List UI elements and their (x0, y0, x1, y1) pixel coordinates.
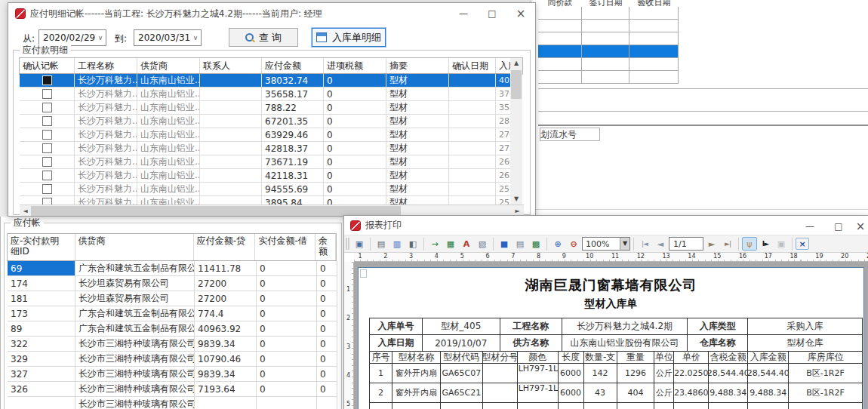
zoom-select[interactable]: 100%▼ (582, 237, 630, 251)
scroll-up-icon[interactable]: ▲ (510, 58, 522, 69)
column-header[interactable]: 供货商 (75, 234, 194, 260)
table-row[interactable]: 329长沙市三湘特种玻璃有限公司10790.4600 (8, 352, 337, 367)
toolbar-grip-icon[interactable] (346, 238, 349, 250)
empty-cell[interactable] (629, 71, 679, 84)
confirm-checkbox[interactable] (42, 143, 52, 153)
titlebar[interactable]: 报表打印 — □ × (344, 216, 868, 235)
first-page-icon[interactable]: |◄ (637, 237, 652, 251)
chevron-down-icon[interactable]: ∨ (95, 34, 106, 42)
confirm-checkbox[interactable] (42, 116, 52, 126)
column-header[interactable]: 摘要 (386, 58, 449, 73)
table-row[interactable]: 327长沙市三湘特种玻璃有限公司9839.3400 (8, 367, 337, 382)
column-header[interactable]: 余额 (315, 234, 336, 260)
empty-cell[interactable] (582, 7, 629, 20)
table-row[interactable]: 长沙万科魅力...山东南山铝业...73671.190型材266 (20, 155, 512, 169)
column-header[interactable]: 应-实付款明 细ID (8, 234, 75, 260)
empty-cell[interactable] (538, 45, 582, 58)
empty-cell[interactable] (629, 45, 679, 58)
scrollbar-thumb[interactable] (511, 70, 522, 99)
from-date-select[interactable]: 2020/02/29 ∨ (38, 29, 106, 46)
chevron-down-icon[interactable]: ∨ (190, 34, 201, 42)
copy-page-icon[interactable]: ▣ (774, 237, 789, 251)
inbound-detail-button[interactable]: 入库单明细 (312, 28, 386, 47)
empty-cell[interactable] (538, 58, 582, 71)
maximize-icon[interactable]: □ (824, 216, 853, 237)
column-header[interactable]: 入库 (496, 58, 512, 73)
page-indicator[interactable]: 1/1 (669, 237, 703, 251)
confirm-checkbox[interactable] (42, 157, 52, 167)
report-preview-area[interactable]: 湖南巨晟门窗幕墙有限公司 型材入库单 入库单号型材_405工程名称长沙万科魅力之… (354, 262, 868, 409)
table-row[interactable]: 69广东合和建筑五金制品有限公司11411.7800 (8, 261, 337, 276)
table-row[interactable]: 长沙万科魅力...山东南山铝业...42118.310型材265 (20, 169, 512, 183)
column-header[interactable]: 确认日期 (449, 58, 496, 73)
empty-cell[interactable] (582, 71, 629, 84)
zoom-in-icon[interactable]: ⊕ (550, 237, 565, 251)
serial-number-field[interactable]: 划流水号 (540, 128, 600, 141)
minimize-icon[interactable]: — (449, 3, 478, 24)
form-icon[interactable]: ▣ (352, 237, 367, 251)
confirm-checkbox[interactable] (42, 75, 52, 85)
design-tools-icon[interactable]: ◧ (405, 237, 420, 251)
column-header[interactable]: 供货商 (137, 58, 200, 73)
scrollbar-thumb[interactable] (31, 206, 401, 216)
save-icon[interactable]: ■ (497, 237, 512, 251)
table-row[interactable]: 长沙万科魅力...山东南山铝业...35658.170型材376 (20, 88, 512, 101)
scroll-down-icon[interactable]: ▼ (510, 193, 522, 204)
table-row[interactable]: 长沙市三湘特种玻璃有限公司 (8, 397, 337, 409)
table-row[interactable]: 长沙万科魅力...山东南山铝业...788.220型材358 (20, 101, 512, 115)
titlebar[interactable]: 应付明细记帐------当前工程: 长沙万科魅力之城4.2期------当前用户… (8, 3, 535, 24)
close-report-icon[interactable]: × (796, 238, 809, 250)
to-date-select[interactable]: 2020/03/31 ∨ (134, 29, 202, 46)
export-pdf-icon[interactable]: A (459, 237, 474, 251)
hand-tool-icon[interactable]: ψ (742, 237, 757, 251)
next-page-icon[interactable]: ► (704, 237, 719, 251)
maximize-icon[interactable]: □ (478, 3, 506, 24)
empty-cell[interactable] (629, 7, 679, 20)
empty-cell[interactable] (629, 32, 679, 45)
empty-cell[interactable] (629, 58, 679, 71)
archive-icon[interactable]: ▩ (528, 237, 543, 251)
export-quick-icon[interactable]: → (427, 237, 442, 251)
table-row[interactable]: 长沙万科魅力...山东南山铝业...94555.690型材251 (20, 183, 512, 196)
empty-cell[interactable] (538, 71, 582, 84)
empty-cell[interactable] (582, 32, 629, 45)
chevron-down-icon[interactable]: ▼ (620, 238, 629, 250)
last-page-icon[interactable]: ►| (720, 237, 735, 251)
table-row[interactable]: 181长沙坦森贸易有限公司2720000 (8, 291, 337, 306)
print-icon[interactable]: ▤ (374, 237, 389, 251)
confirm-checkbox[interactable] (42, 103, 52, 112)
minimize-icon[interactable]: — (796, 216, 824, 237)
table-row[interactable]: 174长沙坦森贸易有限公司2720000 (8, 276, 337, 291)
empty-cell[interactable] (538, 20, 582, 32)
confirm-checkbox[interactable] (42, 171, 52, 180)
table-row[interactable]: 326长沙市三湘特种玻璃有限公司7193.6400 (8, 382, 337, 397)
close-icon[interactable]: × (506, 3, 535, 24)
empty-cell[interactable] (582, 45, 629, 58)
table-row[interactable]: 322长沙市三湘特种玻璃有限公司9839.3400 (8, 337, 337, 352)
table-row[interactable]: 长沙万科魅力...山东南山铝业...63929.460型材276 (20, 128, 512, 142)
confirm-checkbox[interactable] (42, 184, 52, 194)
table-row[interactable]: 89广东合和建筑五金制品有限公司40963.9200 (8, 321, 337, 337)
horizontal-scrollbar[interactable]: ◄ ► (20, 204, 524, 216)
table-row[interactable]: 173广东合和建筑五金制品有限公司774.400 (8, 306, 337, 321)
table-row[interactable]: 长沙万科魅力...山东南山铝业...3895.840型材252 (20, 196, 512, 204)
column-header[interactable]: 联系人 (200, 58, 262, 73)
empty-cell[interactable] (538, 7, 582, 20)
column-header[interactable]: 确认记帐 (20, 58, 75, 73)
confirm-checkbox[interactable] (42, 130, 52, 140)
zoom-out-icon[interactable]: ⊖ (566, 237, 581, 251)
close-icon[interactable]: × (853, 216, 868, 237)
scroll-left-icon[interactable]: ◄ (20, 205, 31, 217)
table-row[interactable]: 长沙万科魅力...山东南山铝业...67201.350型材283 (20, 115, 512, 128)
column-header[interactable]: 应付金额 (262, 58, 324, 73)
column-header[interactable]: 实付金额-借 (255, 234, 315, 260)
confirm-checkbox[interactable] (42, 198, 52, 204)
empty-cell[interactable] (538, 32, 582, 45)
empty-cell[interactable] (582, 58, 629, 71)
column-header[interactable]: 应付金额-贷 (194, 234, 256, 260)
table-row[interactable]: 长沙万科魅力...山东南山铝业...38032.740型材405 (20, 74, 512, 88)
export-mail-icon[interactable]: ▧ (475, 237, 490, 251)
column-header[interactable]: 进项税额 (324, 58, 386, 73)
vertical-scrollbar[interactable]: ▲ ▼ (510, 58, 522, 204)
table-row[interactable]: 长沙万科魅力...山东南山铝业...42818.370型材275 (20, 142, 512, 155)
